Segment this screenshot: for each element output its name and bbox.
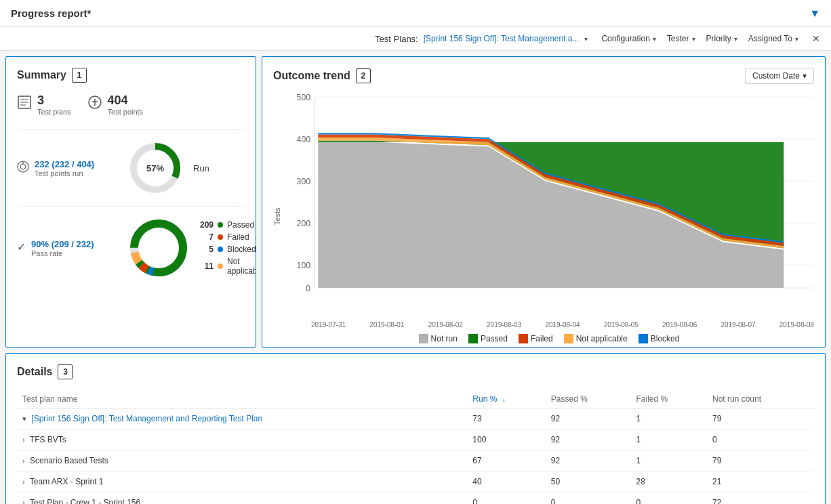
row5-label: Test Plan - Crew 1 - Sprint 156 (30, 498, 140, 504)
test-points-stat-values: 404 Test points (108, 93, 144, 116)
outcome-trend-panel: Outcome trend 2 Custom Date ▾ Tests (262, 56, 826, 348)
svg-text:300: 300 (297, 177, 311, 186)
table-row: › Scenario Based Tests 67 92 1 79 (17, 450, 814, 471)
priority-filter[interactable]: Priority ▾ (704, 33, 740, 45)
row3-name: › Scenario Based Tests (17, 450, 467, 471)
row4-label: Team ARX - Sprint 1 (30, 477, 104, 486)
legend-passed-text: Passed (481, 334, 508, 343)
test-plans-label-stat: Test plans (37, 108, 71, 116)
app-title: Progress report* (11, 7, 91, 19)
test-plans-value[interactable]: [Sprint 156 Sign Off]: Test Management a… (424, 34, 580, 43)
failed-swatch (519, 334, 528, 343)
main-content: Summary 1 3 Test plans (0, 51, 831, 504)
y-axis-label: Tests (273, 89, 281, 343)
details-title: Details (17, 366, 52, 378)
failed-dot (218, 234, 223, 240)
col-passed-pct: Passed % (546, 390, 631, 408)
row1-name: ▾ [Sprint 156 Sign Off]: Test Management… (17, 408, 467, 429)
test-plans-stat: 3 Test plans (17, 93, 71, 116)
legend-failed-label: Failed (227, 232, 249, 242)
assigned-to-chevron: ▾ (795, 35, 798, 43)
legend-blocked-label: Blocked (227, 245, 256, 254)
row2-expand-icon[interactable]: › (22, 436, 25, 444)
row5-failed: 0 (630, 492, 706, 505)
row4-passed: 50 (546, 471, 631, 492)
test-points-icon (87, 95, 102, 113)
x-label-8: 2019-08-08 (779, 321, 814, 329)
pass-rate-legend: 209 Passed 7 Failed 5 Blocked (200, 220, 256, 276)
configuration-chevron: ▾ (653, 35, 656, 43)
svg-rect-37 (519, 334, 528, 343)
x-label-0: 2019-07-31 (311, 321, 346, 329)
run-label: Run (193, 163, 209, 173)
summary-title: Summary (17, 69, 66, 81)
test-points-stat: 404 Test points (87, 93, 144, 116)
na-swatch (564, 334, 573, 343)
trend-chart-svg: 500 400 300 200 100 0 (284, 89, 814, 318)
legend-not-run-item: Not run (419, 334, 458, 343)
row1-expand-icon[interactable]: ▾ (22, 415, 26, 423)
summary-panel: Summary 1 3 Test plans (5, 56, 256, 348)
svg-text:0: 0 (306, 284, 310, 293)
tester-filter[interactable]: Tester ▾ (664, 33, 698, 45)
assigned-to-filter[interactable]: Assigned To ▾ (746, 33, 801, 45)
filter-icon[interactable]: ▼ (809, 7, 820, 20)
row4-expand-icon[interactable]: › (22, 478, 25, 486)
svg-rect-35 (419, 334, 428, 343)
row3-run: 67 (467, 450, 545, 471)
filter-close-button[interactable]: ✕ (812, 33, 820, 44)
pass-rate-icon: ✓ (17, 240, 26, 253)
row2-label: TFS BVTs (30, 435, 66, 444)
details-number: 3 (58, 364, 73, 379)
row1-not-run: 79 (707, 408, 814, 429)
details-table-body: ▾ [Sprint 156 Sign Off]: Test Management… (17, 408, 814, 505)
legend-blocked-count: 5 (200, 245, 214, 254)
col-not-run-count: Not run count (707, 390, 814, 408)
svg-rect-36 (468, 334, 478, 343)
pass-rate-donut (128, 217, 189, 278)
row4-name: › Team ARX - Sprint 1 (17, 471, 467, 492)
row2-not-run: 0 (707, 429, 814, 450)
custom-date-button[interactable]: Custom Date ▾ (745, 68, 814, 84)
passed-dot (218, 222, 223, 228)
run-donut: 57% (128, 141, 182, 195)
test-points-run-count: 232 (232 / 404) (35, 159, 94, 169)
row3-not-run: 79 (707, 450, 814, 471)
pass-rate-values: 90% (209 / 232) Pass rate (31, 239, 94, 257)
x-label-7: 2019-08-07 (721, 321, 755, 329)
svg-text:100: 100 (297, 261, 311, 270)
table-row: ▾ [Sprint 156 Sign Off]: Test Management… (17, 408, 814, 429)
col-failed-pct: Failed % (630, 390, 706, 408)
priority-chevron: ▾ (734, 35, 737, 43)
pass-rate-left: ✓ 90% (209 / 232) Pass rate (17, 239, 112, 257)
test-plans-icon (17, 95, 32, 113)
legend-not-applicable: 11 Not applicable (200, 257, 256, 276)
legend-passed-label: Passed (227, 220, 254, 230)
custom-date-chevron: ▾ (803, 71, 807, 81)
row2-passed: 92 (546, 429, 631, 450)
legend-na-text: Not applicable (576, 334, 628, 343)
row3-expand-icon[interactable]: › (22, 457, 25, 465)
test-points-run-icon (17, 161, 29, 175)
tester-label: Tester (667, 34, 689, 43)
pass-rate-donut-svg (128, 217, 189, 278)
passed-swatch (468, 334, 478, 343)
row5-name: › Test Plan - Crew 1 - Sprint 156 (17, 492, 467, 505)
test-plans-chevron[interactable]: ▾ (584, 35, 588, 43)
svg-rect-39 (639, 334, 648, 343)
trend-number: 2 (356, 68, 371, 83)
row4-failed: 28 (630, 471, 706, 492)
configuration-filter[interactable]: Configuration ▾ (599, 33, 658, 45)
row4-run: 40 (467, 471, 545, 492)
tester-chevron: ▾ (692, 35, 695, 43)
row2-name: › TFS BVTs (17, 429, 467, 450)
row1-link[interactable]: [Sprint 156 Sign Off]: Test Management a… (31, 414, 262, 423)
row5-expand-icon[interactable]: › (22, 499, 25, 504)
legend-failed-count: 7 (200, 232, 214, 242)
chart-svg-container: 500 400 300 200 100 0 (284, 89, 814, 318)
details-header-row: Test plan name Run % ↓ Passed % Failed %… (17, 390, 814, 408)
assigned-to-label: Assigned To (748, 34, 792, 43)
x-label-4: 2019-08-04 (545, 321, 580, 329)
row5-not-run: 72 (707, 492, 814, 505)
table-row: › Team ARX - Sprint 1 40 50 28 21 (17, 471, 814, 492)
